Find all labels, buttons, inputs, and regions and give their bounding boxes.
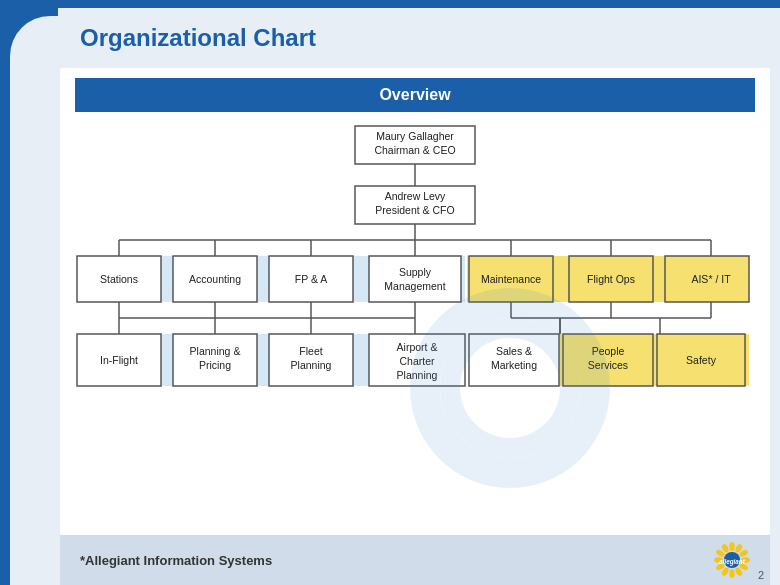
svg-text:Accounting: Accounting [189,273,241,285]
footer: *Allegiant Information Systems allegiant [60,535,770,585]
page-number: 2 [758,569,764,581]
svg-text:Planning: Planning [397,369,438,381]
svg-text:Marketing: Marketing [491,359,537,371]
svg-text:Stations: Stations [100,273,138,285]
overview-banner: Overview [75,78,755,112]
svg-text:Chairman & CEO: Chairman & CEO [374,144,455,156]
left-stripe [0,8,58,585]
allegiant-sun-icon: allegiant [714,542,750,578]
svg-text:Maury Gallagher: Maury Gallagher [376,130,454,142]
allegiant-logo: allegiant [714,542,750,578]
svg-text:Andrew Levy: Andrew Levy [385,190,446,202]
left-stripe-inner [10,16,58,585]
svg-text:Planning &: Planning & [190,345,241,357]
top-bar [0,0,780,8]
svg-text:People: People [592,345,625,357]
svg-text:Pricing: Pricing [199,359,231,371]
svg-text:Safety: Safety [686,354,717,366]
svg-text:Supply: Supply [399,266,432,278]
svg-text:AIS* / IT: AIS* / IT [691,273,731,285]
svg-text:Airport &: Airport & [397,341,438,353]
org-chart-svg: Maury Gallagher Chairman & CEO Andrew Le… [75,124,755,434]
svg-text:President & CFO: President & CFO [375,204,454,216]
page-title: Organizational Chart [80,24,316,52]
svg-text:Maintenance: Maintenance [481,273,541,285]
svg-text:Management: Management [384,280,445,292]
svg-text:Flight Ops: Flight Ops [587,273,635,285]
svg-text:Services: Services [588,359,628,371]
svg-point-78 [729,569,734,578]
svg-text:Fleet: Fleet [299,345,322,357]
header: Organizational Chart [60,8,780,68]
svg-text:Planning: Planning [291,359,332,371]
svg-text:Sales &: Sales & [496,345,532,357]
svg-text:Charter: Charter [399,355,435,367]
svg-text:In-Flight: In-Flight [100,354,138,366]
main-content: Overview Maury Gallagher Chairman & CEO … [60,68,770,535]
svg-text:FP & A: FP & A [295,273,328,285]
svg-text:allegiant: allegiant [719,558,745,566]
footer-note: *Allegiant Information Systems [80,553,272,568]
svg-rect-24 [369,256,461,302]
svg-point-72 [729,542,734,551]
